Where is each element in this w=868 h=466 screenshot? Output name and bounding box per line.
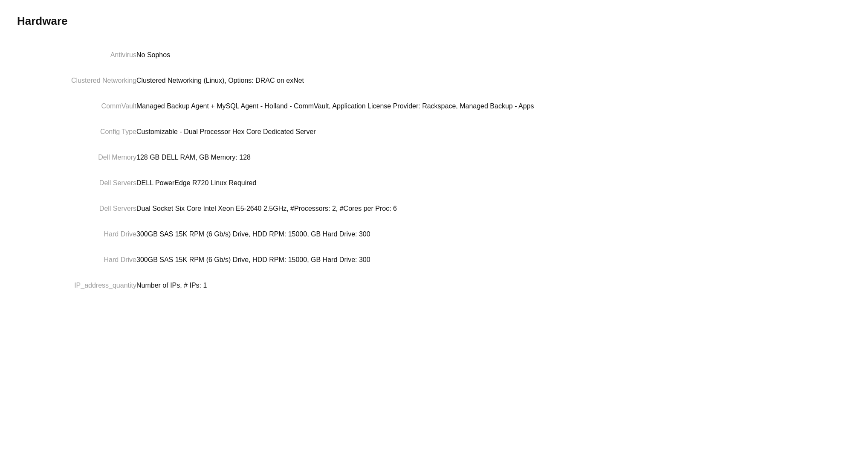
table-row: Hard Drive300GB SAS 15K RPM (6 Gb/s) Dri… — [17, 221, 851, 247]
field-label: Dell Memory — [17, 145, 136, 170]
table-row: Hard Drive300GB SAS 15K RPM (6 Gb/s) Dri… — [17, 247, 851, 273]
field-value: Clustered Networking (Linux), Options: D… — [136, 68, 851, 93]
field-label: IP_address_quantity — [17, 273, 136, 298]
field-value: Number of IPs, # IPs: 1 — [136, 273, 851, 298]
field-value: Customizable - Dual Processor Hex Core D… — [136, 119, 851, 145]
table-row: IP_address_quantityNumber of IPs, # IPs:… — [17, 273, 851, 298]
field-label: Dell Servers — [17, 170, 136, 196]
field-value: DELL PowerEdge R720 Linux Required — [136, 170, 851, 196]
table-row: Dell Memory128 GB DELL RAM, GB Memory: 1… — [17, 145, 851, 170]
field-label: Antivirus — [17, 42, 136, 68]
field-label: Clustered Networking — [17, 68, 136, 93]
table-row: Config TypeCustomizable - Dual Processor… — [17, 119, 851, 145]
page-title: Hardware — [17, 13, 851, 29]
field-value: Dual Socket Six Core Intel Xeon E5-2640 … — [136, 196, 851, 221]
table-row: Dell ServersDual Socket Six Core Intel X… — [17, 196, 851, 221]
field-value: 300GB SAS 15K RPM (6 Gb/s) Drive, HDD RP… — [136, 221, 851, 247]
field-label: Hard Drive — [17, 221, 136, 247]
hardware-table: AntivirusNo SophosClustered NetworkingCl… — [17, 42, 851, 298]
field-label: Config Type — [17, 119, 136, 145]
table-row: Dell ServersDELL PowerEdge R720 Linux Re… — [17, 170, 851, 196]
table-row: AntivirusNo Sophos — [17, 42, 851, 68]
field-value: Managed Backup Agent + MySQL Agent - Hol… — [136, 93, 851, 119]
field-label: Dell Servers — [17, 196, 136, 221]
table-row: Clustered NetworkingClustered Networking… — [17, 68, 851, 93]
field-label: CommVault — [17, 93, 136, 119]
field-label: Hard Drive — [17, 247, 136, 273]
field-value: No Sophos — [136, 42, 851, 68]
field-value: 300GB SAS 15K RPM (6 Gb/s) Drive, HDD RP… — [136, 247, 851, 273]
field-value: 128 GB DELL RAM, GB Memory: 128 — [136, 145, 851, 170]
table-row: CommVaultManaged Backup Agent + MySQL Ag… — [17, 93, 851, 119]
